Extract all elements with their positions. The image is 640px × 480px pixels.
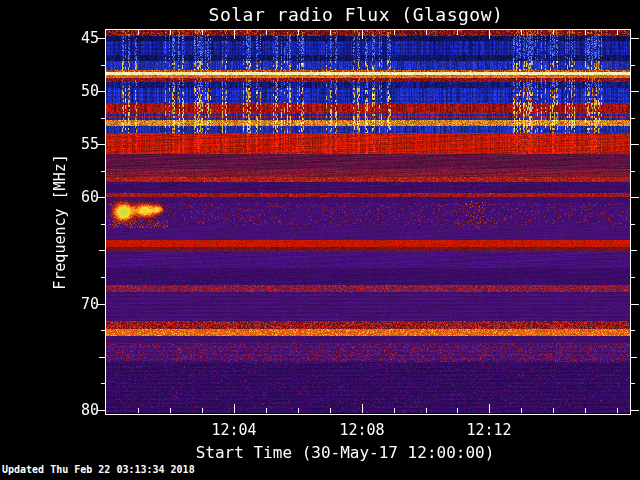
x-tick-label: 12:08	[322, 421, 402, 439]
axis-tick	[101, 383, 105, 384]
spectrogram-canvas	[106, 30, 630, 413]
axis-tick	[298, 30, 299, 35]
y-tick-label: 50	[55, 82, 99, 100]
axis-tick	[631, 330, 635, 331]
axis-tick	[617, 408, 618, 413]
axis-tick	[631, 144, 639, 145]
y-tick-label: 80	[55, 401, 99, 419]
axis-tick	[138, 408, 139, 413]
x-tick-label: 12:12	[449, 421, 529, 439]
axis-tick	[631, 357, 637, 358]
axis-tick	[394, 408, 395, 413]
axis-tick	[101, 171, 105, 172]
axis-tick	[631, 38, 639, 39]
axis-tick	[631, 383, 635, 384]
axis-tick	[457, 30, 458, 35]
axis-tick	[631, 65, 635, 66]
axis-tick	[457, 408, 458, 413]
axis-tick	[521, 30, 522, 35]
axis-tick	[202, 30, 203, 35]
chart-title: Solar radio Flux (Glasgow)	[96, 4, 616, 25]
axis-tick	[585, 408, 586, 413]
x-axis-label: Start Time (30-May-17 12:00:00)	[95, 443, 595, 462]
axis-tick	[631, 277, 635, 278]
axis-tick	[553, 408, 554, 413]
axis-tick	[234, 30, 235, 39]
x-tick-label: 12:04	[194, 421, 274, 439]
axis-tick	[489, 30, 490, 39]
axis-tick	[101, 65, 105, 66]
axis-tick	[266, 408, 267, 413]
axis-tick	[521, 408, 522, 413]
axis-tick	[298, 408, 299, 413]
axis-tick	[266, 30, 267, 35]
axis-tick	[101, 118, 105, 119]
axis-tick	[553, 30, 554, 35]
y-axis-label: Frequency [MHz]	[51, 142, 69, 302]
axis-tick	[330, 30, 331, 35]
axis-tick	[170, 408, 171, 413]
axis-tick	[362, 30, 363, 39]
axis-tick	[362, 404, 363, 413]
axis-tick	[631, 224, 635, 225]
axis-tick	[99, 250, 105, 251]
updated-timestamp: Updated Thu Feb 22 03:13:34 2018	[2, 464, 195, 475]
axis-tick	[101, 277, 105, 278]
axis-tick	[617, 30, 618, 35]
axis-tick	[394, 30, 395, 35]
spectrogram-figure: 45505560708012:0412:0812:12 Solar radio …	[0, 0, 640, 480]
axis-tick	[631, 118, 635, 119]
axis-tick	[631, 304, 639, 305]
axis-tick	[99, 357, 105, 358]
axis-tick	[585, 30, 586, 35]
axis-tick	[631, 91, 639, 92]
axis-tick	[631, 410, 639, 411]
axis-tick	[101, 330, 105, 331]
y-tick-label: 45	[55, 29, 99, 47]
axis-tick	[138, 30, 139, 35]
axis-tick	[426, 408, 427, 413]
axis-tick	[631, 197, 639, 198]
axis-tick	[234, 404, 235, 413]
axis-tick	[631, 171, 635, 172]
axis-tick	[426, 30, 427, 35]
axis-tick	[101, 224, 105, 225]
axis-tick	[631, 250, 637, 251]
axis-tick	[489, 404, 490, 413]
axis-tick	[330, 408, 331, 413]
axis-tick	[202, 408, 203, 413]
axis-tick	[170, 30, 171, 35]
